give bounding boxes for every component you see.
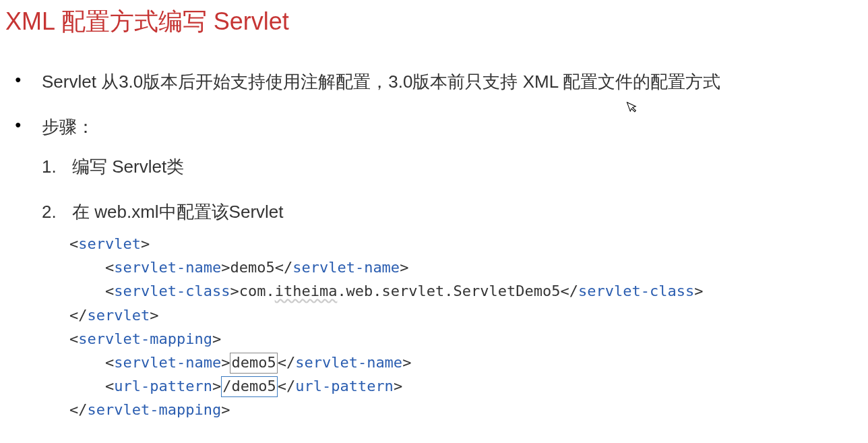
- tag-servlet-name: servlet-name: [114, 259, 221, 276]
- highlighted-box-2: /demo5: [221, 376, 277, 397]
- step-1-text: 编写 Servlet类: [72, 156, 184, 177]
- underlined-text: itheima: [275, 283, 338, 299]
- tag-servlet-mapping: servlet-mapping: [78, 330, 212, 347]
- page-title: XML 配置方式编写 Servlet: [0, 0, 868, 52]
- tag-servlet-class: servlet-class: [114, 283, 230, 299]
- main-bullet-list: Servlet 从3.0版本后开始支持使用注解配置，3.0版本前只支持 XML …: [7, 69, 861, 422]
- step-number-1: 1.: [42, 154, 57, 180]
- step-1: 1. 编写 Servlet类: [42, 154, 861, 180]
- bullet-item-2: 步骤： 1. 编写 Servlet类 2. 在 web.xml中配置该Servl…: [7, 114, 861, 422]
- step-number-2: 2.: [42, 199, 57, 225]
- steps-label: 步骤：: [42, 117, 94, 137]
- steps-list: 1. 编写 Servlet类 2. 在 web.xml中配置该Servlet <…: [42, 154, 861, 422]
- tag-url-pattern: url-pattern: [114, 378, 212, 394]
- servlet-name-value: demo5: [230, 259, 274, 276]
- code-block: <servlet> <servlet-name>demo5</servlet-n…: [69, 232, 861, 422]
- step-2-text: 在 web.xml中配置该Servlet: [72, 202, 284, 222]
- step-2: 2. 在 web.xml中配置该Servlet <servlet> <servl…: [42, 199, 861, 422]
- content-area: Servlet 从3.0版本后开始支持使用注解配置，3.0版本前只支持 XML …: [0, 69, 868, 422]
- tag-servlet-open: servlet: [78, 235, 141, 252]
- bullet-item-1: Servlet 从3.0版本后开始支持使用注解配置，3.0版本前只支持 XML …: [7, 69, 861, 95]
- highlighted-box-1: demo5: [230, 353, 277, 374]
